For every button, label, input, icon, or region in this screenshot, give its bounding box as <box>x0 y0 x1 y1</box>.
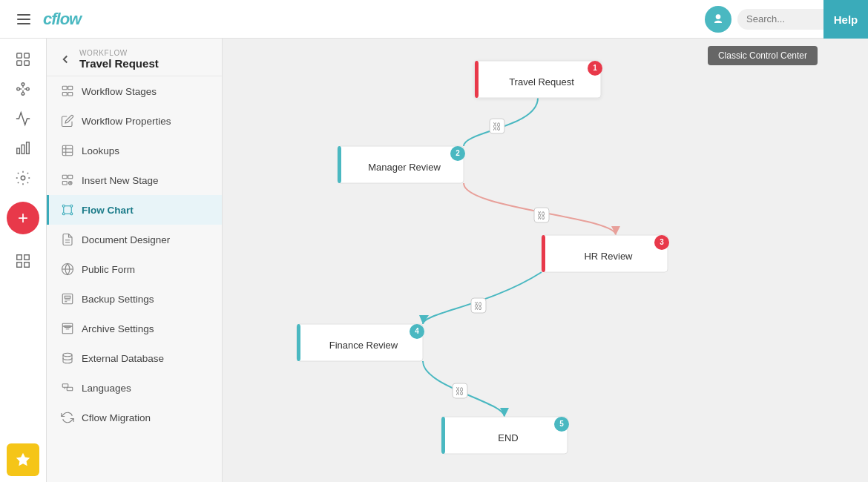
nav-icon-dashboard[interactable] <box>7 46 39 73</box>
sidebar-item-languages[interactable]: Languages <box>47 373 222 403</box>
svg-rect-57 <box>67 387 73 391</box>
sidebar-item-workflow-stages[interactable]: Workflow Stages <box>47 76 222 106</box>
stage-hr-review[interactable]: HR Review 3 <box>542 235 669 272</box>
svg-text:HR Review: HR Review <box>584 251 633 262</box>
svg-rect-18 <box>17 263 22 267</box>
sidebar-item-flow-chart[interactable]: Flow Chart <box>47 195 222 225</box>
svg-point-55 <box>63 353 72 357</box>
classic-control-center-button[interactable]: Classic Control Center <box>708 46 818 65</box>
sidebar-item-workflow-properties[interactable]: Workflow Properties <box>47 106 222 136</box>
svg-rect-13 <box>22 145 24 153</box>
svg-point-4 <box>17 88 20 90</box>
svg-rect-29 <box>62 175 67 179</box>
languages-icon <box>61 381 74 394</box>
properties-icon <box>61 114 74 128</box>
svg-rect-76 <box>338 146 341 183</box>
svg-text:⛓: ⛓ <box>493 122 502 132</box>
svg-rect-48 <box>65 296 70 298</box>
workflow-label: WORKFLOW <box>79 49 159 57</box>
svg-rect-91 <box>441 417 445 454</box>
app-header: cflow Help <box>0 0 868 39</box>
svg-rect-81 <box>542 235 545 272</box>
main-layout: + WORKFLOW Travel Request <box>0 39 868 482</box>
svg-text:⛓: ⛓ <box>474 301 483 311</box>
icon-bar: + <box>0 39 47 482</box>
svg-rect-0 <box>17 53 22 58</box>
workflow-sidebar: WORKFLOW Travel Request Workflow Stages … <box>47 39 223 482</box>
archive-icon <box>61 322 74 335</box>
stage-end[interactable]: END 5 <box>441 417 569 454</box>
stages-icon <box>61 85 74 98</box>
sidebar-item-backup-settings[interactable]: Backup Settings <box>47 284 222 314</box>
document-icon <box>61 233 74 246</box>
svg-rect-47 <box>62 294 73 304</box>
stage-finance-review[interactable]: Finance Review 4 <box>297 324 424 361</box>
sidebar-item-external-database[interactable]: External Database <box>47 343 222 373</box>
svg-point-7 <box>22 93 24 96</box>
hamburger-menu[interactable] <box>12 7 36 31</box>
svg-text:3: 3 <box>660 238 664 246</box>
sidebar-item-document-designer[interactable]: Document Designer <box>47 225 222 254</box>
svg-point-35 <box>62 205 65 207</box>
svg-rect-31 <box>62 182 67 185</box>
svg-point-38 <box>70 213 73 215</box>
svg-point-6 <box>27 88 30 90</box>
sidebar-item-archive-settings[interactable]: Archive Settings <box>47 314 222 343</box>
help-button[interactable]: Help <box>823 0 868 39</box>
workflow-title-area: WORKFLOW Travel Request <box>79 49 159 70</box>
svg-point-37 <box>62 213 65 215</box>
svg-text:1: 1 <box>593 64 597 72</box>
svg-rect-24 <box>68 93 73 96</box>
svg-text:END: END <box>498 432 518 443</box>
sidebar-item-insert-new-stage[interactable]: Insert New Stage <box>47 165 222 195</box>
svg-text:⛓: ⛓ <box>537 211 546 221</box>
add-button[interactable]: + <box>7 202 39 234</box>
back-button[interactable] <box>56 50 75 69</box>
svg-rect-14 <box>27 142 30 154</box>
svg-rect-21 <box>62 86 67 90</box>
nav-icon-reports[interactable] <box>7 105 39 132</box>
avatar[interactable] <box>705 6 731 33</box>
svg-text:5: 5 <box>559 420 564 428</box>
svg-rect-17 <box>24 255 29 260</box>
sidebar-item-public-form[interactable]: Public Form <box>47 254 222 284</box>
favorites-button[interactable] <box>7 443 39 476</box>
svg-point-15 <box>21 176 25 180</box>
svg-rect-56 <box>62 384 68 388</box>
svg-rect-22 <box>68 86 73 90</box>
svg-rect-12 <box>17 148 20 153</box>
insert-icon <box>61 174 74 187</box>
nav-icon-settings[interactable] <box>7 165 39 191</box>
svg-text:4: 4 <box>415 327 419 335</box>
flow-chart-area[interactable]: ⛓ ⛓ ⛓ <box>223 39 868 482</box>
svg-rect-25 <box>62 145 73 156</box>
svg-marker-20 <box>16 453 30 466</box>
sidebar-item-lookups[interactable]: Lookups <box>47 136 222 165</box>
svg-rect-19 <box>24 263 29 267</box>
stage-manager-review[interactable]: Manager Review 2 <box>338 146 465 183</box>
publicform-icon <box>61 263 74 276</box>
svg-rect-86 <box>297 324 300 361</box>
lookups-icon <box>61 144 74 157</box>
workflow-name: Travel Request <box>79 57 159 70</box>
svg-point-5 <box>22 83 24 86</box>
nav-items: Workflow Stages Workflow Properties Look… <box>47 76 222 432</box>
nav-icon-analytics[interactable] <box>7 135 39 162</box>
stage-travel-request[interactable]: Travel Request 1 <box>475 61 602 98</box>
svg-point-36 <box>70 205 73 207</box>
svg-text:⛓: ⛓ <box>456 386 464 397</box>
app-logo: cflow <box>43 10 81 29</box>
backup-icon <box>61 292 74 306</box>
nav-icon-grid[interactable] <box>7 245 39 277</box>
nav-icon-workflows[interactable] <box>7 76 39 102</box>
svg-rect-71 <box>475 61 479 98</box>
svg-rect-1 <box>24 53 29 58</box>
migration-icon <box>61 411 74 424</box>
svg-text:Manager Review: Manager Review <box>368 162 441 173</box>
svg-text:Travel Request: Travel Request <box>509 76 574 88</box>
svg-rect-2 <box>17 61 22 65</box>
flowchart-icon <box>61 203 74 217</box>
flow-chart-svg: ⛓ ⛓ ⛓ <box>223 39 868 482</box>
svg-text:2: 2 <box>456 149 460 157</box>
sidebar-item-cflow-migration[interactable]: Cflow Migration <box>47 403 222 432</box>
